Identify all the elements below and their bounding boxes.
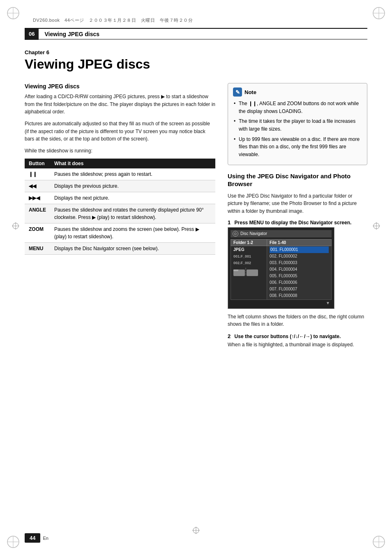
crosshair-right-mid: [372, 222, 380, 230]
table-cell-description: Pauses the slideshow and rotates the cur…: [50, 204, 215, 223]
note-box: ✎ Note The ❙❙, ANGLE and ZOOM buttons do…: [228, 83, 367, 165]
note-item: The ❙❙, ANGLE and ZOOM buttons do not wo…: [233, 100, 362, 115]
left-para3: While the slideshow is running:: [25, 147, 215, 155]
disc-nav-file-item: 001. FL000001: [270, 246, 329, 253]
table-cell-button: ❙❙: [25, 168, 50, 180]
main-content: Chapter 6 Viewing JPEG discs Viewing JPE…: [25, 49, 367, 522]
table-cell-description: Pauses the slideshow; press again to res…: [50, 168, 215, 180]
left-para1: After loading a CD/CD-R/RW containing JP…: [25, 93, 215, 116]
disc-nav-file-item: 003. FL000003: [270, 260, 329, 266]
note-header: ✎ Note: [233, 88, 362, 97]
disc-nav-folder-icon: [233, 268, 264, 276]
disc-nav-file-item: 002. FL000002: [270, 253, 329, 260]
two-column-layout: Viewing JPEG discs After loading a CD/CD…: [25, 83, 367, 353]
disc-nav-files-cell: 001. FL000001002. FL000002003. FL0000030…: [267, 246, 332, 299]
page-number: 44: [25, 533, 40, 543]
table-row: MENUDisplays the Disc Navigator screen (…: [25, 243, 215, 255]
disc-nav-file-item: 005. FL000005: [270, 273, 329, 279]
table-cell-description: Displays the next picture.: [50, 192, 215, 204]
chapter-label: Chapter 6: [25, 49, 367, 55]
crosshair-left-mid: [12, 222, 20, 230]
table-col2-header: What it does: [50, 159, 215, 168]
reg-mark-tr: [371, 6, 386, 21]
note-item: Up to 999 files are viewable on a disc. …: [233, 136, 362, 159]
disc-nav-folder-002: 002.F_002: [233, 261, 251, 265]
jp-header: DV260.book 44ページ ２００３年１月２８日 火曜日 午後７時２０分: [33, 17, 193, 23]
table-row: ◀◀Displays the previous picture.: [25, 180, 215, 192]
table-cell-description: Displays the Disc Navigator screen (see …: [50, 243, 215, 255]
table-col1-header: Button: [25, 159, 50, 168]
step2-number: 2: [228, 333, 231, 339]
disc-nav-file-item: 007. FL000007: [270, 286, 329, 292]
left-column: Viewing JPEG discs After loading a CD/CD…: [25, 83, 215, 353]
header-bar: 06 Viewing JPEG discs: [25, 28, 367, 39]
disc-nav-file-item: 004. FL000004: [270, 266, 329, 273]
disc-nav-icon: ⊙: [233, 231, 238, 237]
svg-rect-24: [247, 269, 258, 276]
disc-nav-title-bar: ⊙ Disc Navigator: [231, 230, 332, 237]
note-list: The ❙❙, ANGLE and ZOOM buttons do not wo…: [233, 100, 362, 158]
page-footer: 44 En: [25, 533, 48, 543]
left-para2: Pictures are automatically adjusted so t…: [25, 120, 215, 143]
disc-nav-file-item: 008. FL000008: [270, 292, 329, 299]
right-column: ✎ Note The ❙❙, ANGLE and ZOOM buttons do…: [228, 83, 367, 353]
step2-caption: When a file is highlighted, a thumbnail …: [228, 341, 367, 349]
header-title: Viewing JPEG discs: [44, 31, 99, 37]
reg-mark-bl: [6, 534, 21, 549]
en-label: En: [43, 536, 48, 541]
reg-mark-br: [371, 534, 386, 549]
disc-navigator-screenshot: ⊙ Disc Navigator Folder 1-2 File 1-40: [228, 227, 334, 309]
table-cell-button: ◀◀: [25, 180, 50, 192]
disc-nav-title: Disc Navigator: [240, 231, 267, 236]
step2-heading: 2 Use the cursor buttons (↑/↓/←/→) to na…: [228, 333, 367, 339]
table-cell-button: ANGLE: [25, 204, 50, 223]
disc-nav-jpeg-label: JPEG 001.F_001 002.F_002: [231, 246, 267, 299]
step2: 2 Use the cursor buttons (↑/↓/←/→) to na…: [228, 333, 367, 349]
table-cell-description: Displays the previous picture.: [50, 180, 215, 192]
disc-nav-col-files: File 1-40: [267, 239, 332, 246]
disc-nav-file-item: 006. FL000006: [270, 279, 329, 286]
chapter-badge: 06: [25, 28, 39, 40]
table-row: ▶▶◀Displays the next picture.: [25, 192, 215, 204]
table-row: ❙❙Pauses the slideshow; press again to r…: [25, 168, 215, 180]
table-cell-button: ZOOM: [25, 223, 50, 243]
note-icon: ✎: [233, 88, 242, 97]
disc-nav-col-folder: Folder 1-2: [231, 239, 267, 246]
table-row: ZOOMPauses the slideshow and zooms the s…: [25, 223, 215, 243]
left-section-heading: Viewing JPEG discs: [25, 83, 215, 90]
disc-nav-scroll: ▼: [231, 300, 332, 306]
right-intro: Use the JPEG Disc Navigator to find a pa…: [228, 192, 367, 215]
right-section-heading: Using the JPEG Disc Navigator and Photo …: [228, 173, 367, 188]
step2-text: Use the cursor buttons (↑/↓/←/→) to navi…: [235, 334, 341, 339]
table-cell-button: MENU: [25, 243, 50, 255]
step1-number: 1: [228, 219, 231, 226]
table-cell-description: Pauses the slideshow and zooms the scree…: [50, 223, 215, 243]
step1-caption: The left column shows the folders on the…: [228, 313, 367, 328]
note-item: The time it takes for the player to load…: [233, 117, 362, 133]
step1-text: Press MENU to display the Disc Navigator…: [235, 220, 352, 226]
table-cell-button: ▶▶◀: [25, 192, 50, 204]
disc-nav-folder-001: 001.F_001: [233, 254, 251, 258]
note-title: Note: [244, 89, 256, 95]
button-table: Button What it does ❙❙Pauses the slidesh…: [25, 159, 215, 255]
step1: 1 Press MENU to display the Disc Navigat…: [228, 219, 367, 328]
reg-mark-tl: [6, 6, 21, 21]
svg-rect-22: [233, 269, 238, 271]
table-row: ANGLEPauses the slideshow and rotates th…: [25, 204, 215, 223]
disc-nav-table: Folder 1-2 File 1-40 JPEG 001.F_001: [231, 239, 332, 300]
crosshair-bottom-center: [192, 526, 200, 534]
chapter-title: Viewing JPEG discs: [25, 57, 367, 71]
step1-heading: 1 Press MENU to display the Disc Navigat…: [228, 219, 367, 226]
